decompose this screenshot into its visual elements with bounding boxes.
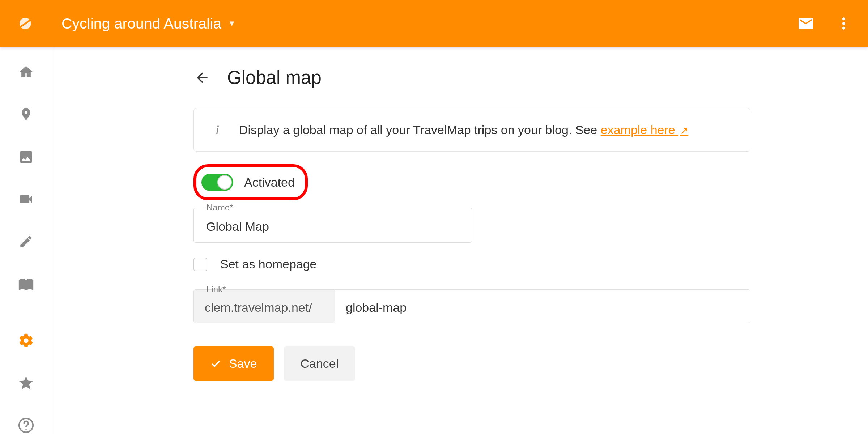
project-dropdown[interactable]: Cycling around Australia ▼ bbox=[61, 15, 236, 32]
settings-icon[interactable] bbox=[17, 332, 35, 349]
more-vert-icon[interactable] bbox=[834, 14, 854, 34]
book-icon[interactable] bbox=[17, 275, 35, 292]
name-input[interactable] bbox=[193, 208, 472, 243]
activated-toggle[interactable] bbox=[201, 174, 233, 191]
name-label: Name* bbox=[204, 203, 236, 213]
help-icon[interactable] bbox=[17, 417, 35, 434]
caret-down-icon: ▼ bbox=[228, 19, 236, 28]
link-prefix: clem.travelmap.net/ bbox=[194, 290, 335, 323]
sidebar bbox=[0, 47, 52, 434]
cancel-label: Cancel bbox=[301, 357, 339, 371]
example-link-text: example here bbox=[601, 123, 678, 137]
mail-icon[interactable] bbox=[796, 14, 816, 34]
svg-point-7 bbox=[25, 429, 27, 430]
back-button[interactable] bbox=[193, 69, 211, 86]
info-text: Display a global map of all your TravelM… bbox=[239, 123, 688, 137]
top-bar: Cycling around Australia ▼ bbox=[0, 0, 868, 47]
info-icon: i bbox=[212, 122, 223, 137]
main-content: Global map i Display a global map of all… bbox=[52, 47, 868, 434]
homepage-label: Set as homepage bbox=[220, 257, 317, 271]
toggle-knob bbox=[217, 175, 232, 190]
project-name: Cycling around Australia bbox=[61, 15, 221, 32]
link-label: Link* bbox=[204, 284, 229, 294]
pin-icon[interactable] bbox=[17, 106, 35, 123]
example-link[interactable]: example here ↗ bbox=[601, 123, 688, 137]
svg-point-3 bbox=[842, 17, 845, 20]
save-button[interactable]: Save bbox=[193, 346, 274, 381]
name-field-wrap: Name* bbox=[193, 208, 472, 243]
link-input[interactable] bbox=[335, 290, 750, 323]
homepage-checkbox[interactable] bbox=[193, 258, 207, 271]
page-title: Global map bbox=[227, 67, 322, 88]
svg-point-5 bbox=[842, 27, 845, 30]
info-banner: i Display a global map of all your Trave… bbox=[193, 108, 750, 152]
link-field-wrap: Link* clem.travelmap.net/ bbox=[193, 289, 750, 323]
save-label: Save bbox=[229, 357, 257, 371]
info-text-before: Display a global map of all your TravelM… bbox=[239, 123, 601, 137]
sidebar-divider bbox=[0, 318, 52, 318]
svg-point-4 bbox=[842, 22, 845, 25]
home-icon[interactable] bbox=[17, 63, 35, 80]
cancel-button[interactable]: Cancel bbox=[284, 346, 356, 381]
edit-icon[interactable] bbox=[17, 233, 35, 250]
external-link-icon: ↗ bbox=[680, 125, 688, 136]
app-logo-icon[interactable] bbox=[14, 13, 36, 34]
video-icon[interactable] bbox=[17, 191, 35, 208]
activated-label: Activated bbox=[244, 175, 295, 190]
activated-highlight: Activated bbox=[193, 164, 308, 200]
image-icon[interactable] bbox=[17, 148, 35, 165]
star-icon[interactable] bbox=[17, 375, 35, 392]
